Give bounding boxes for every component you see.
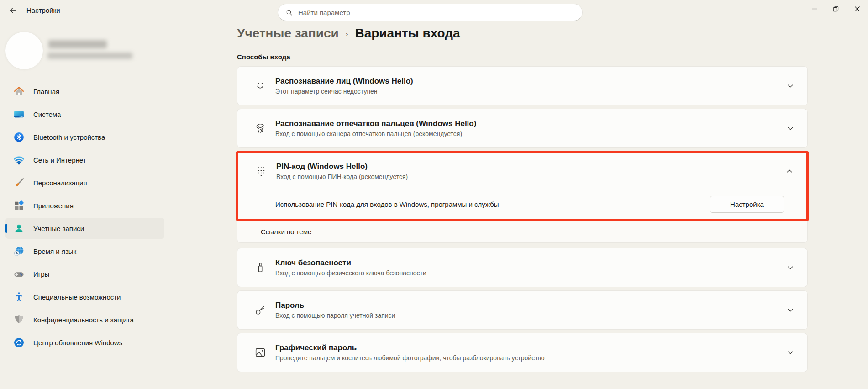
sidebar-item-label: Bluetooth и устройства xyxy=(33,133,105,141)
pin-usage-label: Использование PIN-кода для входов в Wind… xyxy=(275,200,710,208)
sidebar-item-label: Сеть и Интернет xyxy=(33,156,86,164)
time-language-icon xyxy=(13,246,25,257)
sidebar-item-accessibility[interactable]: Специальные возможности xyxy=(5,286,164,307)
card-title: Распознавание отпечатков пальцев (Window… xyxy=(275,119,785,128)
related-links-label: Ссылки по теме xyxy=(261,228,311,236)
sidebar-item-label: Конфиденциальность и защита xyxy=(33,316,134,324)
sidebar-item-personalization[interactable]: Персонализация xyxy=(5,172,164,193)
card-picture-password[interactable]: Графический пароль Проведите пальцем и к… xyxy=(237,333,808,372)
related-links-header: Ссылки по теме xyxy=(237,221,808,243)
chevron-up-icon[interactable] xyxy=(784,166,795,176)
card-subtitle: Вход с помощью сканера отпечатков пальце… xyxy=(275,130,785,137)
sidebar-item-label: Время и язык xyxy=(33,247,76,255)
face-icon xyxy=(254,79,267,92)
close-icon[interactable] xyxy=(847,0,868,17)
card-password[interactable]: Пароль Вход с помощью пароля учетной зап… xyxy=(237,290,808,330)
sidebar-item-time-language[interactable]: Время и язык xyxy=(5,241,164,262)
bluetooth-icon xyxy=(13,131,25,143)
network-icon xyxy=(13,154,25,166)
window-controls xyxy=(804,0,868,17)
card-title: PIN-код (Windows Hello) xyxy=(276,162,784,171)
chevron-down-icon[interactable] xyxy=(785,305,796,315)
system-icon xyxy=(13,109,25,120)
accounts-icon xyxy=(13,223,25,234)
annotation-highlight-box: PIN-код (Windows Hello) Вход с помощью П… xyxy=(236,151,809,221)
card-title: Графический пароль xyxy=(275,343,785,352)
card-face-recognition[interactable]: Распознавание лиц (Windows Hello) Этот п… xyxy=(237,66,808,105)
sidebar-item-label: Главная xyxy=(33,88,59,95)
privacy-icon xyxy=(13,314,25,326)
breadcrumb-separator-icon: › xyxy=(346,28,348,39)
chevron-down-icon[interactable] xyxy=(785,347,796,357)
app-title: Настройки xyxy=(26,6,60,14)
card-title: Пароль xyxy=(275,301,785,310)
gaming-icon xyxy=(13,268,25,280)
card-title: Распознавание лиц (Windows Hello) xyxy=(275,77,785,86)
breadcrumb: Учетные записи › Варианты входа xyxy=(237,26,808,41)
picture-icon xyxy=(254,346,267,359)
card-subtitle: Вход с помощью ПИН-кода (рекомендуется) xyxy=(276,173,784,180)
sidebar-item-label: Специальные возможности xyxy=(33,293,121,301)
apps-icon xyxy=(13,200,25,211)
chevron-down-icon[interactable] xyxy=(785,263,796,273)
user-email-redacted xyxy=(47,53,132,59)
sidebar-item-windows-update[interactable]: Центр обновления Windows xyxy=(5,332,164,353)
card-pin[interactable]: PIN-код (Windows Hello) Вход с помощью П… xyxy=(238,153,806,189)
accessibility-icon xyxy=(13,291,25,303)
restore-icon[interactable] xyxy=(825,0,847,17)
main-content: Учетные записи › Варианты входа Способы … xyxy=(237,0,808,375)
section-label: Способы входа xyxy=(237,53,808,61)
sidebar-item-label: Персонализация xyxy=(33,179,87,187)
sidebar-item-label: Центр обновления Windows xyxy=(33,339,122,347)
sidebar-item-label: Игры xyxy=(33,270,49,278)
security-key-icon xyxy=(254,261,267,274)
back-button[interactable] xyxy=(5,4,21,17)
breadcrumb-parent[interactable]: Учетные записи xyxy=(237,26,339,41)
windows-update-icon xyxy=(13,337,25,348)
sidebar-item-label: Система xyxy=(33,110,61,118)
sidebar-item-home[interactable]: Главная xyxy=(5,81,164,102)
sidebar-item-bluetooth[interactable]: Bluetooth и устройства xyxy=(5,126,164,147)
selected-indicator xyxy=(5,224,7,233)
pin-setup-button[interactable]: Настройка xyxy=(710,196,784,213)
fingerprint-icon xyxy=(254,122,267,135)
pin-usage-row: Использование PIN-кода для входов в Wind… xyxy=(238,189,806,219)
pin-dialpad-icon xyxy=(255,165,268,178)
sidebar-item-privacy[interactable]: Конфиденциальность и защита xyxy=(5,309,164,330)
sidebar-item-apps[interactable]: Приложения xyxy=(5,195,164,216)
page-title: Варианты входа xyxy=(355,26,460,41)
sidebar-item-gaming[interactable]: Игры xyxy=(5,263,164,284)
sidebar-item-label: Приложения xyxy=(33,202,74,210)
chevron-down-icon[interactable] xyxy=(785,123,796,133)
card-security-key[interactable]: Ключ безопасности Вход с помощью физичес… xyxy=(237,248,808,287)
card-subtitle: Этот параметр сейчас недоступен xyxy=(275,88,785,95)
sidebar-item-network[interactable]: Сеть и Интернет xyxy=(5,149,164,170)
card-fingerprint[interactable]: Распознавание отпечатков пальцев (Window… xyxy=(237,109,808,148)
key-icon xyxy=(254,304,267,316)
user-name-redacted xyxy=(48,40,107,48)
back-arrow-icon xyxy=(9,6,17,15)
card-subtitle: Вход с помощью физического ключа безопас… xyxy=(275,269,785,277)
sidebar-nav: Главная Система Bluetooth и устройства С… xyxy=(0,81,170,353)
home-icon xyxy=(13,86,25,97)
sidebar-item-accounts[interactable]: Учетные записи xyxy=(5,218,164,239)
sidebar-item-label: Учетные записи xyxy=(33,225,84,232)
chevron-down-icon[interactable] xyxy=(785,81,796,91)
card-subtitle: Проведите пальцем и коснитесь любимой фо… xyxy=(275,354,785,362)
personalization-icon xyxy=(13,177,25,189)
sidebar-item-system[interactable]: Система xyxy=(5,104,164,125)
user-avatar[interactable] xyxy=(5,32,43,69)
sign-in-methods-list: Распознавание лиц (Windows Hello) Этот п… xyxy=(237,66,808,372)
card-subtitle: Вход с помощью пароля учетной записи xyxy=(275,312,785,319)
card-title: Ключ безопасности xyxy=(275,258,785,268)
